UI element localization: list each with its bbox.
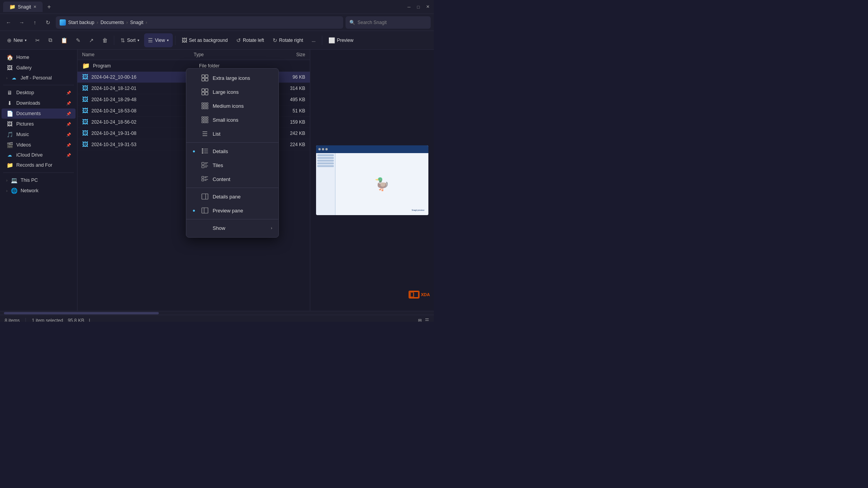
- thispc-icon: 💻: [10, 177, 17, 183]
- svg-rect-51: [410, 292, 418, 298]
- sidebar-item-desktop[interactable]: 🖥 Desktop 📌: [2, 88, 76, 98]
- refresh-button[interactable]: ↻: [43, 17, 53, 28]
- sidebar-label-home: Home: [16, 55, 29, 60]
- h-scroll-thumb[interactable]: [4, 312, 159, 314]
- jeff-expand-icon: ›: [6, 76, 7, 80]
- new-dropdown-icon: ▾: [25, 38, 27, 42]
- content-icon: [201, 175, 209, 183]
- back-button[interactable]: ←: [3, 17, 14, 28]
- menu-item-details[interactable]: ● Details: [186, 144, 278, 158]
- rotate-left-button[interactable]: ↺ Rotate left: [232, 33, 268, 47]
- status-view-list-icon[interactable]: ☰: [425, 318, 429, 322]
- menu-label-show: Show: [213, 225, 225, 231]
- menu-label-extra-large-icons: Extra large icons: [213, 75, 250, 81]
- search-box[interactable]: 🔍 Search Snagit: [345, 16, 431, 29]
- png-icon: 🖼: [82, 119, 88, 126]
- forward-button[interactable]: →: [16, 17, 27, 28]
- sidebar-item-gallery[interactable]: 🖼 Gallery: [2, 63, 76, 73]
- cut-button[interactable]: ✂: [31, 33, 44, 47]
- breadcrumb-documents[interactable]: Documents: [100, 20, 124, 25]
- menu-item-medium-icons[interactable]: Medium icons: [186, 99, 278, 113]
- desktop-icon: 🖥: [6, 90, 13, 96]
- preview-button[interactable]: ⬜ Preview: [325, 33, 358, 47]
- horizontal-scrollbar[interactable]: [0, 311, 434, 315]
- svg-rect-20: [202, 119, 203, 121]
- status-size: 95.8 KB: [68, 318, 84, 322]
- sidebar-item-home[interactable]: 🏠 Home: [2, 52, 76, 62]
- col-type-header[interactable]: Type: [194, 52, 249, 57]
- copy-button[interactable]: ⧉: [45, 33, 56, 47]
- breadcrumb-backup[interactable]: Start backup: [68, 20, 94, 25]
- close-button[interactable]: ✕: [425, 4, 431, 10]
- svg-rect-38: [202, 166, 204, 168]
- maximize-button[interactable]: □: [415, 4, 421, 10]
- list-icon: [201, 130, 209, 138]
- menu-item-list[interactable]: List: [186, 127, 278, 141]
- sidebar-item-music[interactable]: 🎵 Music 📌: [2, 129, 76, 140]
- sidebar-item-pictures[interactable]: 🖼 Pictures 📌: [2, 119, 76, 129]
- set-background-button[interactable]: 🖼 Set as background: [178, 33, 232, 47]
- svg-rect-12: [204, 105, 206, 107]
- pictures-icon: 🖼: [6, 121, 13, 127]
- view-icon: ☰: [148, 37, 153, 43]
- sidebar-label-pictures: Pictures: [16, 121, 34, 127]
- sidebar-item-documents[interactable]: 📄 Documents 📌: [2, 109, 76, 119]
- sort-button[interactable]: ⇅ Sort ▾: [117, 33, 143, 47]
- documents-pin-icon: 📌: [66, 112, 71, 116]
- menu-item-extra-large-icons[interactable]: Extra large icons: [186, 71, 278, 85]
- breadcrumb-snagit[interactable]: Snagit: [130, 20, 143, 25]
- breadcrumb[interactable]: Start backup › Documents › Snagit ›: [56, 16, 343, 29]
- status-view-grid-icon[interactable]: ⊞: [418, 318, 422, 322]
- more-button[interactable]: ...: [308, 33, 320, 47]
- sidebar-item-icloud[interactable]: ☁ iCloud Drive 📌: [2, 150, 76, 160]
- rename-button[interactable]: ✎: [72, 33, 84, 47]
- menu-item-tiles[interactable]: Tiles: [186, 158, 278, 172]
- share-button[interactable]: ↗: [85, 33, 98, 47]
- sort-dropdown-icon: ▾: [138, 38, 139, 42]
- documents-icon: 📄: [6, 110, 13, 117]
- sidebar-item-downloads[interactable]: ⬇ Downloads 📌: [2, 98, 76, 108]
- sidebar-item-jeff[interactable]: › ☁ Jeff - Personal: [2, 73, 76, 83]
- minimize-button[interactable]: ─: [406, 4, 412, 10]
- active-tab[interactable]: 📁 Snagit ✕: [3, 2, 43, 12]
- menu-item-show[interactable]: Show ›: [186, 221, 278, 235]
- tab-close-button[interactable]: ✕: [33, 5, 36, 9]
- menu-item-small-icons[interactable]: Small icons: [186, 113, 278, 127]
- rotate-right-button[interactable]: ↻ Rotate right: [269, 33, 307, 47]
- svg-rect-35: [202, 162, 204, 165]
- menu-item-preview-pane[interactable]: ● Preview pane: [186, 203, 278, 217]
- svg-rect-5: [205, 89, 208, 91]
- svg-rect-29: [202, 148, 203, 150]
- music-icon: 🎵: [6, 131, 13, 138]
- sidebar-label-music: Music: [16, 132, 29, 137]
- sidebar-item-records[interactable]: 📁 Records and For: [2, 160, 76, 170]
- sidebar-item-thispc[interactable]: › 💻 This PC: [2, 175, 76, 185]
- svg-rect-3: [205, 78, 208, 81]
- delete-button[interactable]: 🗑: [98, 33, 112, 47]
- menu-item-content[interactable]: Content: [186, 172, 278, 186]
- png-icon: 🖼: [82, 85, 88, 92]
- jeff-icon: ☁: [10, 75, 17, 81]
- file-name-1: 2024-04-22_10-00-16: [91, 74, 198, 80]
- preview-sidebar-item: [317, 165, 334, 167]
- preview-content: 🦆 Snagit preview: [335, 153, 428, 215]
- desktop-pin-icon: 📌: [66, 91, 71, 95]
- menu-label-content: Content: [213, 176, 230, 182]
- svg-rect-25: [206, 121, 208, 123]
- col-name-header[interactable]: Name: [82, 52, 194, 57]
- up-button[interactable]: ↑: [29, 17, 40, 28]
- tiles-icon: [201, 161, 209, 169]
- sidebar-item-videos[interactable]: 🎬 Videos 📌: [2, 140, 76, 150]
- new-button[interactable]: ⊕ New ▾: [3, 33, 31, 47]
- menu-item-large-icons[interactable]: Large icons: [186, 85, 278, 99]
- cut-icon: ✂: [35, 37, 40, 43]
- xda-text: XDA: [421, 292, 430, 297]
- set-background-label: Set as background: [189, 38, 228, 43]
- sidebar-item-network[interactable]: › 🌐 Network: [2, 186, 76, 196]
- new-tab-button[interactable]: +: [44, 2, 54, 12]
- paste-button[interactable]: 📋: [57, 33, 71, 47]
- col-size-header[interactable]: Size: [249, 52, 305, 57]
- svg-rect-18: [204, 117, 206, 118]
- menu-item-details-pane[interactable]: Details pane: [186, 190, 278, 203]
- view-button[interactable]: ☰ View ▾: [144, 33, 173, 47]
